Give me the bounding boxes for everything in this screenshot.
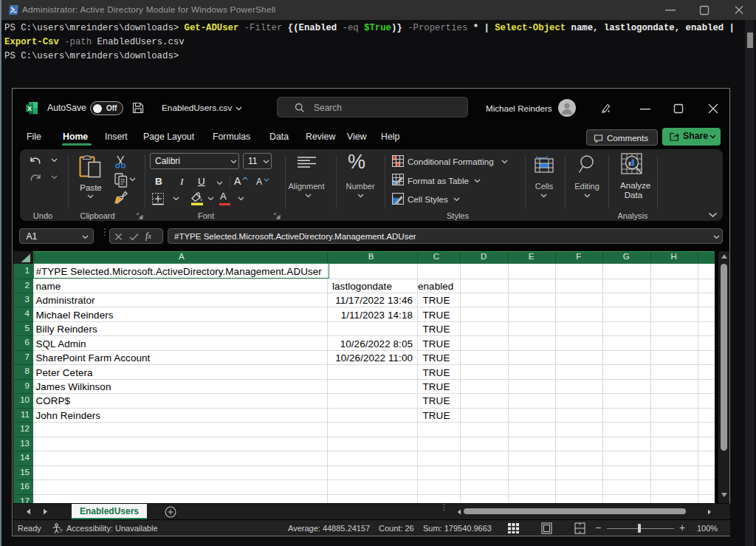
svg-text:X: X xyxy=(27,105,32,112)
svg-text:?: ? xyxy=(59,528,63,534)
